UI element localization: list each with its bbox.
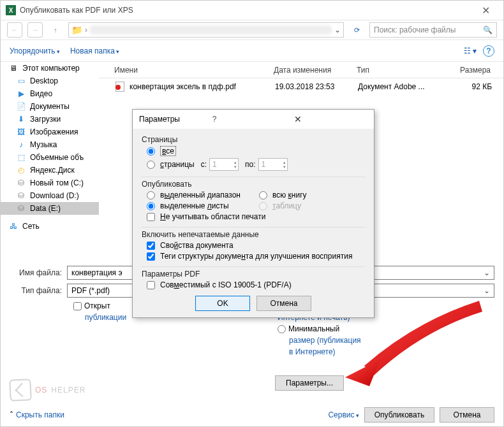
watermark-icon xyxy=(9,379,32,402)
check-iso[interactable]: Совместимый с ISO 19005-1 (PDF/A) xyxy=(147,280,365,289)
address-bar[interactable]: 📁 › ⌄ xyxy=(68,22,344,38)
page-to-input[interactable]: 1 xyxy=(258,158,288,171)
radio-workbook[interactable]: всю книгу xyxy=(259,191,365,199)
sidebar-item-drive-d[interactable]: ⛁Download (D:) xyxy=(1,189,99,202)
refresh-icon[interactable]: ⟳ xyxy=(349,22,364,38)
sidebar-item-drive-c[interactable]: ⛁Новый том (C:) xyxy=(1,177,99,189)
opt-minimum-l2: размер (публикация xyxy=(289,336,361,345)
opt-minimum-l3: в Интернете) xyxy=(289,347,361,356)
dialog-help-icon[interactable]: ? xyxy=(212,115,286,124)
radio-all[interactable]: все xyxy=(147,146,365,156)
save-dialog-window: X Опубликовать как PDF или XPS ✕ ← → ↑ 📁… xyxy=(0,0,504,427)
path-sep: › xyxy=(85,25,87,34)
sidebar: 🖥Этот компьютер ▭Desktop ▶Видео 📄Докумен… xyxy=(1,62,99,261)
col-date[interactable]: Дата изменения xyxy=(274,66,357,75)
dialog-close-icon[interactable]: ✕ xyxy=(294,114,367,124)
search-placeholder: Поиск: рабочие файлы xyxy=(374,25,456,34)
nav-forward-icon: → xyxy=(27,22,43,38)
cancel-button[interactable]: Отмена xyxy=(440,407,494,423)
filename-label: Имя файла: xyxy=(10,268,67,277)
new-folder-button[interactable]: Новая папка xyxy=(70,47,119,55)
filetype-label: Тип файла: xyxy=(10,286,67,295)
service-button[interactable]: Сервис xyxy=(328,410,359,419)
sidebar-item-computer[interactable]: 🖥Этот компьютер xyxy=(1,62,99,75)
sidebar-item-drive-e[interactable]: ⛁Data (E:) xyxy=(1,202,99,215)
sidebar-item-3d[interactable]: ⬚Объемные объ xyxy=(1,151,99,164)
radio-pages[interactable]: страницы с: 1 по: 1 xyxy=(147,158,365,171)
publish-button[interactable]: Опубликовать xyxy=(364,407,434,423)
radio-sheets[interactable]: выделенные листы xyxy=(147,201,253,210)
chevron-down-icon[interactable]: ⌄ xyxy=(334,25,341,34)
sidebar-item-downloads[interactable]: ⬇Загрузки xyxy=(1,113,99,126)
sidebar-item-images[interactable]: 🖼Изображения xyxy=(1,126,99,138)
folder-icon: 📁 xyxy=(71,25,82,35)
dialog-ok-button[interactable]: OK xyxy=(195,296,250,311)
dialog-titlebar: Параметры ? ✕ xyxy=(133,110,374,129)
search-icon: 🔍 xyxy=(483,25,493,34)
table-row[interactable]: конвертация эксель в пдф.pdf 19.03.2018 … xyxy=(99,78,503,95)
sidebar-item-video[interactable]: ▶Видео xyxy=(1,87,99,100)
parameters-button[interactable]: Параметры... xyxy=(275,375,344,391)
opt-minimum-radio[interactable]: Минимальный xyxy=(278,324,361,333)
check-struct-tags[interactable]: Теги структуры документа для улучшения в… xyxy=(147,252,365,261)
check-ignore-print[interactable]: Не учитывать области печати xyxy=(147,212,365,221)
sidebar-item-documents[interactable]: 📄Документы xyxy=(1,100,99,113)
sidebar-item-music[interactable]: ♪Музыка xyxy=(1,138,99,151)
hide-folders-link[interactable]: Скрыть папки xyxy=(16,410,64,419)
group-pages: Страницы xyxy=(142,135,365,144)
sidebar-item-yandex[interactable]: ◴Яндекс.Диск xyxy=(1,164,99,177)
footer: ˄ Скрыть папки Сервис Опубликовать Отмен… xyxy=(10,407,494,423)
group-pdf-opts: Параметры PDF xyxy=(142,270,365,279)
col-size[interactable]: Размера xyxy=(440,66,491,75)
nav-back-icon[interactable]: ← xyxy=(7,22,22,38)
watermark: OS HELPER xyxy=(10,379,85,401)
help-icon[interactable]: ? xyxy=(483,45,494,57)
toolbar: Упорядочить Новая папка ☷ ▾ ? xyxy=(1,40,503,62)
group-publish: Опубликовать xyxy=(142,180,365,189)
close-icon[interactable]: ✕ xyxy=(473,4,498,17)
window-title: Опубликовать как PDF или XPS xyxy=(20,6,473,15)
chevron-up-icon[interactable]: ˄ xyxy=(10,410,13,419)
page-from-input[interactable]: 1 xyxy=(209,158,239,171)
dialog-title: Параметры xyxy=(139,115,212,124)
organize-button[interactable]: Упорядочить xyxy=(10,47,60,55)
dialog-cancel-button[interactable]: Отмена xyxy=(256,296,311,311)
search-input[interactable]: Поиск: рабочие файлы 🔍 xyxy=(369,22,497,38)
view-icon[interactable]: ☷ ▾ xyxy=(464,47,477,55)
sidebar-item-network[interactable]: 🖧Сеть xyxy=(1,220,99,233)
nav-up-icon[interactable]: ↑ xyxy=(48,22,63,38)
check-doc-props[interactable]: Свойства документа xyxy=(147,241,365,250)
radio-selection[interactable]: выделенный диапазон xyxy=(147,191,253,199)
titlebar: X Опубликовать как PDF или XPS ✕ xyxy=(1,1,503,20)
pdf-icon xyxy=(114,81,126,92)
col-type[interactable]: Тип xyxy=(357,66,440,75)
col-name[interactable]: Имени xyxy=(114,66,274,75)
radio-table: таблицу xyxy=(259,201,365,210)
group-include: Включить непечатаемые данные xyxy=(142,230,365,239)
excel-icon: X xyxy=(6,5,16,15)
navbar: ← → ↑ 📁 › ⌄ ⟳ Поиск: рабочие файлы 🔍 xyxy=(1,20,503,40)
address-path xyxy=(90,25,332,34)
column-headers: Имени Дата изменения Тип Размера xyxy=(99,62,503,78)
sidebar-item-desktop[interactable]: ▭Desktop xyxy=(1,75,99,87)
parameters-dialog: Параметры ? ✕ Страницы все страницы с: 1… xyxy=(132,109,374,318)
